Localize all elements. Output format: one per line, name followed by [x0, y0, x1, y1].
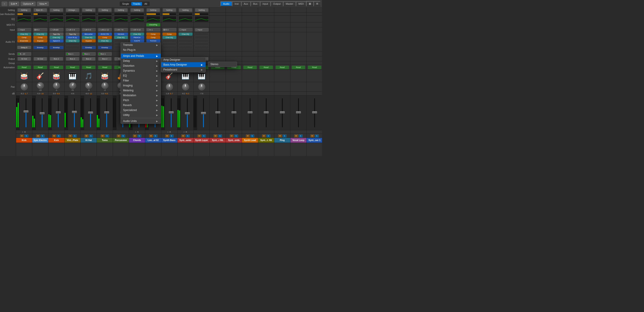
- pan-knob-10[interactable]: [166, 83, 173, 90]
- solo-btn-6[interactable]: S: [105, 134, 109, 137]
- mute-extra-4[interactable]: M: [278, 134, 282, 137]
- fader-1[interactable]: [20, 96, 32, 130]
- fader-handle-extra-4[interactable]: [280, 111, 285, 113]
- automation-btn-extra-5[interactable]: Read: [292, 66, 305, 69]
- plugin-btn-4-1[interactable]: CLA-76 (s): [66, 36, 80, 39]
- plugin-btn-9-0[interactable]: Comp: [146, 32, 160, 35]
- channel-name-extra-1[interactable]: Synt...ords: [226, 138, 242, 143]
- channel-name-5[interactable]: Hi Hat: [81, 138, 96, 143]
- automation-btn-extra-1[interactable]: Read: [227, 66, 241, 69]
- plugin-btn-10-1[interactable]: Chan EQ: [162, 36, 176, 39]
- channel-name-10[interactable]: Synth Bass: [161, 138, 177, 143]
- channel-name-6[interactable]: Toms: [97, 138, 113, 143]
- fader-3[interactable]: [52, 96, 64, 130]
- tab-inst[interactable]: Inst: [232, 1, 241, 6]
- fader-handle-12[interactable]: [201, 112, 206, 114]
- pan-cell-4[interactable]: +5: [64, 82, 80, 91]
- plugin-empty-3-3[interactable]: [50, 42, 64, 46]
- plugin-empty-1-3[interactable]: [17, 42, 31, 46]
- solo-extra-5[interactable]: S: [299, 134, 303, 137]
- input-btn-2[interactable]: B 2: [34, 28, 47, 31]
- solo-extra-0[interactable]: S: [218, 134, 222, 137]
- pan-knob-5[interactable]: [85, 82, 92, 89]
- output-btn-11[interactable]: Bus 4: [179, 57, 192, 61]
- mute-btn-1[interactable]: M: [20, 134, 24, 137]
- plugin-empty-11-4[interactable]: [178, 46, 192, 49]
- tracks-mode-btn[interactable]: Tracks: [131, 2, 142, 5]
- eq-cell-11[interactable]: [178, 16, 194, 22]
- eq-cell-8[interactable]: [129, 16, 145, 22]
- plugin-btn-6-2[interactable]: Chan EQ: [98, 39, 112, 42]
- fader-12[interactable]: [197, 96, 210, 130]
- fader-2[interactable]: [36, 96, 48, 130]
- send-btn-4[interactable]: Bus 1: [66, 52, 80, 56]
- pan-knob-11[interactable]: [182, 83, 189, 90]
- eq-cell-10[interactable]: [161, 16, 177, 22]
- menu-item-filter[interactable]: Filter▶: [121, 78, 161, 83]
- output-btn-2[interactable]: St Out: [34, 57, 47, 61]
- pan-knob-12[interactable]: [198, 83, 205, 90]
- plugin-btn-2-4[interactable]: Envelop: [34, 46, 47, 49]
- plugin-btn-4-2[interactable]: Chan EQ: [66, 39, 80, 42]
- input-btn-4[interactable]: UB 3-4: [66, 28, 80, 31]
- fader-handle-6[interactable]: [104, 111, 109, 113]
- channel-name-1[interactable]: Kick: [16, 138, 32, 143]
- setting-btn-6[interactable]: Setting: [98, 8, 112, 12]
- plugin-btn-6-4[interactable]: Envelop: [98, 46, 112, 49]
- solo-btn-12[interactable]: S: [202, 134, 206, 137]
- channel-name-extra-5[interactable]: Vocal Loop: [290, 138, 306, 143]
- pan-knob-2[interactable]: [37, 82, 44, 89]
- solo-extra-4[interactable]: S: [282, 134, 286, 137]
- pan-knob-4[interactable]: [69, 82, 76, 89]
- fader-handle-5[interactable]: [88, 111, 93, 114]
- tab-master[interactable]: Master: [283, 1, 296, 6]
- eq-cell-4[interactable]: [64, 16, 80, 22]
- channel-name-12[interactable]: Synth Layer: [194, 138, 210, 143]
- solo-extra-3[interactable]: S: [266, 134, 270, 137]
- view-button[interactable]: View ▾: [37, 1, 49, 6]
- plugin-empty-12-1[interactable]: [195, 36, 208, 39]
- mute-btn-7[interactable]: M: [117, 134, 121, 137]
- fader-handle-extra-0[interactable]: [215, 111, 220, 113]
- setting-btn-5[interactable]: Setting: [82, 8, 96, 12]
- solo-btn-7[interactable]: S: [121, 134, 125, 137]
- all-mode-btn[interactable]: All: [142, 2, 149, 5]
- mute-extra-3[interactable]: M: [262, 134, 266, 137]
- pan-cell-6[interactable]: -2: [97, 82, 113, 91]
- menu-item-tremolo[interactable]: Tremolo▶: [121, 42, 161, 47]
- automation-btn-1[interactable]: Read: [18, 66, 31, 69]
- mute-extra-2[interactable]: M: [246, 134, 250, 137]
- plugin-empty-10-2[interactable]: [162, 39, 176, 42]
- fader-handle-11[interactable]: [185, 112, 190, 114]
- plugin-empty-11-3[interactable]: [178, 42, 192, 46]
- menu-item-specialized[interactable]: Specialized▶: [121, 108, 161, 113]
- eq-cell-12[interactable]: [194, 16, 210, 22]
- output-btn-3[interactable]: Bus 2: [50, 57, 63, 61]
- pan-knob-1[interactable]: [20, 83, 28, 90]
- fader-11[interactable]: [181, 96, 194, 130]
- plugin-btn-11-0[interactable]: Chan EQ: [178, 32, 192, 35]
- plugin-empty-5-3[interactable]: [82, 42, 96, 46]
- plugin-empty-7-2[interactable]: [114, 39, 128, 42]
- automation-btn-4[interactable]: Read: [66, 66, 79, 69]
- channel-name-7[interactable]: Percussion: [113, 138, 129, 143]
- fader-handle-extra-5[interactable]: [296, 111, 301, 113]
- channel-name-8[interactable]: Chords: [129, 138, 145, 143]
- plugin-btn-5-0[interactable]: Bitcrusher: [82, 32, 96, 35]
- plugin-empty-12-3[interactable]: [195, 42, 208, 46]
- output-btn-4[interactable]: Bus 2: [66, 57, 79, 61]
- edit-button[interactable]: Edit ▾: [8, 1, 20, 6]
- plugin-empty-10-4[interactable]: [162, 46, 176, 49]
- mute-btn-8[interactable]: M: [133, 134, 137, 137]
- setting-btn-10[interactable]: Setting: [163, 8, 176, 12]
- plugin-btn-5-4[interactable]: Envelop: [82, 46, 96, 49]
- fader-extra-4[interactable]: [274, 96, 290, 130]
- fader-handle-1[interactable]: [24, 110, 28, 113]
- plugin-btn-4-0[interactable]: Tape Dly: [66, 32, 80, 35]
- solo-btn-10[interactable]: S: [170, 134, 174, 137]
- fader-handle-extra-6[interactable]: [312, 111, 317, 113]
- menu-item-metering[interactable]: Metering▶: [121, 88, 161, 93]
- output-btn-6[interactable]: Bus 2: [98, 57, 112, 61]
- plugin-empty-10-3[interactable]: [162, 42, 176, 46]
- send-btn-6[interactable]: Bus 1: [98, 52, 112, 56]
